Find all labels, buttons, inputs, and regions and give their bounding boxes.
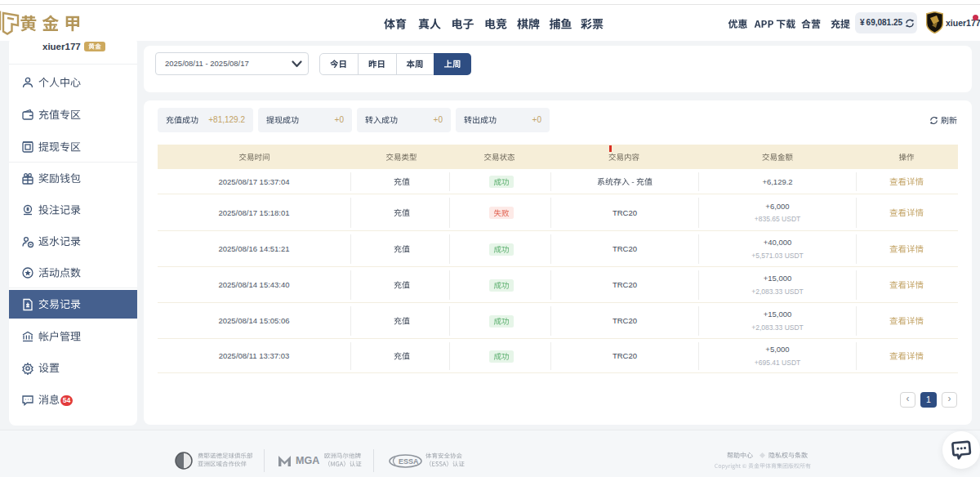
svg-text:ESSA: ESSA [399,457,419,466]
